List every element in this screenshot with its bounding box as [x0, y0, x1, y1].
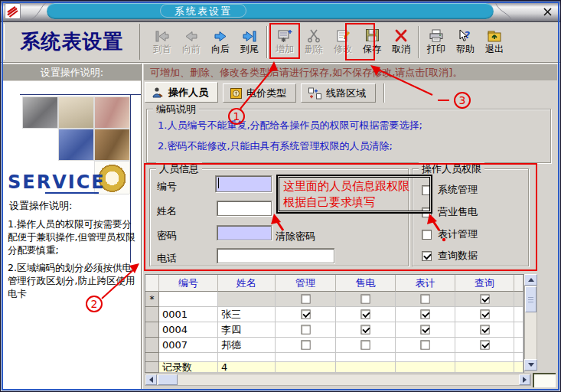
permission-checkbox[interactable] — [422, 230, 432, 240]
cell-perm — [336, 338, 396, 353]
exit-button[interactable]: 退出 — [481, 24, 508, 60]
name-input[interactable] — [217, 201, 272, 216]
scroll-down-button[interactable] — [524, 359, 537, 371]
cell-perm — [396, 307, 455, 322]
group-legend: 操作人员权限 — [419, 162, 484, 176]
message-bar: 可增加、删除、修改各类型后请进行保存,如不保存修改,请点击[取消]。 — [144, 64, 557, 80]
close-button[interactable] — [540, 5, 554, 18]
permission-label: 表计管理 — [438, 227, 478, 241]
cell-perm — [276, 307, 336, 322]
password-label: 密码 — [157, 229, 177, 243]
collage-photo-keyboard — [58, 129, 94, 161]
tab-price-types[interactable]: 电价类型 — [223, 83, 296, 103]
cell-perm — [336, 353, 396, 362]
permission-checkbox[interactable] — [422, 185, 432, 195]
perm-checkbox[interactable] — [480, 294, 489, 303]
perm-checkbox[interactable] — [301, 340, 310, 349]
row-selector[interactable] — [145, 307, 159, 322]
tab-line-areas[interactable]: 线路区域 — [301, 83, 376, 103]
cell-name[interactable]: 李四 — [218, 322, 276, 338]
cell-filler — [396, 362, 455, 373]
row-selector[interactable] — [145, 353, 159, 362]
sidebar-note: 1.操作人员的权限可按需要分配便于兼职操作,但管理员权限分配要慎重; — [8, 217, 139, 256]
page-title-panel: 系统表设置 — [4, 24, 140, 60]
password-input[interactable] — [217, 225, 272, 240]
row-selector[interactable] — [145, 338, 159, 353]
perm-checkbox[interactable] — [480, 309, 489, 318]
column-header[interactable]: 查询 — [455, 275, 514, 292]
perm-checkbox[interactable] — [480, 340, 489, 349]
row-selector[interactable]: * — [145, 292, 159, 307]
perm-checkbox[interactable] — [301, 325, 310, 334]
perm-checkbox[interactable] — [480, 325, 489, 334]
cell-id[interactable]: 0004 — [159, 322, 218, 338]
row-selector — [145, 362, 159, 373]
cell-id[interactable]: 0001 — [159, 307, 218, 322]
column-header[interactable]: 管理 — [276, 275, 336, 292]
cancel-icon — [393, 24, 409, 43]
toolbar-button-label: 取消 — [392, 43, 410, 55]
delete-button: 删除 — [300, 24, 328, 60]
perm-checkbox[interactable] — [360, 340, 370, 349]
cell-name[interactable] — [218, 292, 276, 307]
perm-checkbox[interactable] — [420, 309, 429, 318]
cell-filler — [514, 362, 523, 373]
cell-perm — [276, 338, 336, 353]
grid-data-row: 0001 张三 — [145, 307, 523, 322]
name-label: 姓名 — [157, 204, 177, 218]
modify-button: 修改 — [329, 24, 357, 60]
perm-checkbox[interactable] — [420, 340, 429, 349]
collage-photo-pen — [58, 96, 94, 129]
help-button[interactable]: ? 帮助 — [452, 24, 479, 60]
service-brand-text: SERVICE — [8, 172, 106, 193]
add-button[interactable]: 增加 — [271, 24, 298, 60]
horizontal-scrollbar-thumb[interactable] — [158, 374, 178, 385]
cell-id[interactable] — [159, 292, 218, 307]
last-icon — [241, 24, 258, 43]
permission-label: 系统管理 — [438, 183, 478, 197]
last-button[interactable]: 到尾 — [236, 24, 263, 60]
save-button[interactable]: 保存 — [358, 24, 386, 60]
phone-input[interactable] — [217, 248, 334, 263]
tab-operators[interactable]: 操作人员 — [145, 82, 218, 103]
perm-checkbox[interactable] — [301, 294, 310, 303]
cell-name[interactable]: 邦德 — [218, 338, 276, 353]
cell-perm — [455, 292, 514, 307]
horizontal-scrollbar[interactable] — [145, 374, 531, 386]
grid-new-row: * — [145, 292, 523, 307]
column-header[interactable]: 售电 — [336, 275, 396, 292]
cell-name[interactable]: 张三 — [218, 307, 276, 322]
window-title: 系统表设置 — [160, 4, 246, 18]
cancel-button[interactable]: 取消 — [387, 24, 415, 60]
column-header[interactable]: 编号 — [159, 275, 218, 292]
grid-data-row: 0004 李四 — [145, 322, 523, 338]
row-selector[interactable] — [145, 322, 159, 338]
column-header[interactable]: 表计 — [396, 275, 455, 292]
permission-row: 查询数据 — [422, 249, 478, 263]
tab-bar: 操作人员 电价类型 线路区域 — [145, 82, 385, 103]
perm-checkbox[interactable] — [360, 325, 370, 334]
toolbar-button-label: 向前 — [182, 43, 201, 55]
scroll-up-button[interactable] — [524, 274, 537, 286]
next-button[interactable]: 向后 — [207, 24, 234, 60]
permission-checkbox[interactable] — [422, 207, 432, 217]
permission-checkbox[interactable] — [422, 251, 432, 261]
perm-checkbox[interactable] — [360, 309, 370, 318]
grid-corner-cell — [145, 275, 159, 292]
perm-checkbox[interactable] — [420, 294, 429, 303]
id-input[interactable] — [215, 175, 272, 192]
perm-checkbox[interactable] — [360, 294, 370, 303]
scroll-left-button[interactable] — [145, 374, 157, 385]
cell-id[interactable]: 0007 — [159, 338, 218, 353]
column-header[interactable]: 姓名 — [218, 275, 276, 292]
cell-id — [159, 353, 218, 362]
clear-password-button[interactable]: 清除密码 — [276, 230, 315, 243]
cell-perm — [276, 292, 336, 307]
toolbar-separator — [266, 26, 268, 58]
vertical-scrollbar-thumb[interactable] — [525, 286, 537, 312]
column-header — [514, 275, 523, 292]
print-button[interactable]: 打印 — [422, 24, 450, 60]
scroll-right-button[interactable] — [519, 374, 530, 385]
perm-checkbox[interactable] — [301, 309, 310, 318]
perm-checkbox[interactable] — [420, 325, 429, 334]
